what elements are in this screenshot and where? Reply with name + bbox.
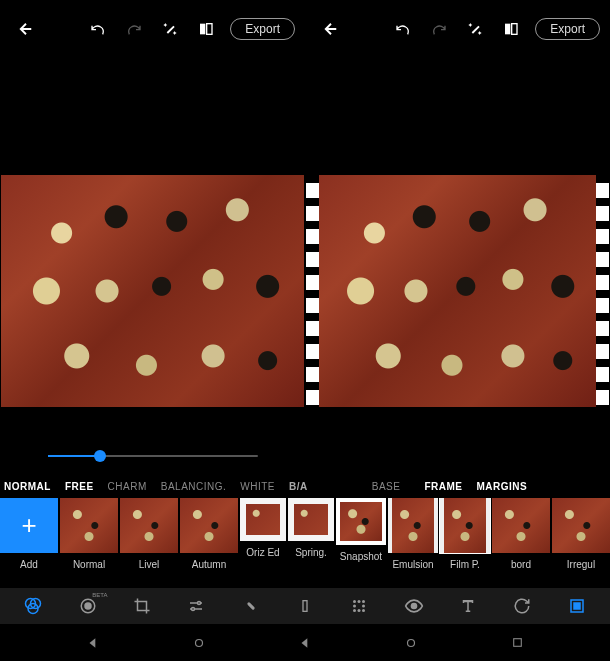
svg-rect-27 <box>513 639 521 647</box>
preset-label: Autumn <box>192 559 226 570</box>
svg-point-21 <box>362 609 365 612</box>
preset-label: Spring. <box>295 547 327 558</box>
image-preview <box>1 175 304 407</box>
svg-point-15 <box>358 600 361 603</box>
svg-rect-10 <box>246 602 254 610</box>
blur-tool-icon[interactable] <box>337 588 381 624</box>
preset-item[interactable]: Snapshot <box>336 498 386 562</box>
svg-point-19 <box>353 609 356 612</box>
preset-label: Irregul <box>567 559 595 570</box>
category-tab[interactable]: WHITE <box>240 481 275 492</box>
crop-tool-icon[interactable] <box>120 588 164 624</box>
preset-item[interactable]: Livel <box>120 498 178 570</box>
beta-badge: BETA <box>92 592 107 598</box>
svg-rect-13 <box>303 601 307 612</box>
svg-point-17 <box>353 605 356 608</box>
preset-label: Oriz Ed <box>246 547 279 558</box>
svg-rect-0 <box>200 24 205 35</box>
preset-item[interactable]: Film P. <box>440 498 490 570</box>
nav-recent-icon[interactable] <box>492 624 542 661</box>
svg-point-14 <box>353 600 356 603</box>
category-tab[interactable]: FRAME <box>424 481 462 492</box>
plus-icon: + <box>0 498 58 553</box>
android-nav-bar <box>0 624 610 661</box>
preview-after[interactable] <box>305 175 610 407</box>
category-tab[interactable]: FREE <box>65 481 94 492</box>
add-preset-button[interactable]: + Add <box>0 498 58 570</box>
svg-point-11 <box>248 608 250 610</box>
svg-rect-24 <box>574 603 580 609</box>
eye-tool-icon[interactable] <box>392 588 436 624</box>
nav-home-icon[interactable] <box>386 624 436 661</box>
nav-back-icon[interactable] <box>280 624 330 661</box>
nav-home-icon[interactable] <box>174 624 224 661</box>
magic-wand-icon[interactable] <box>457 11 493 47</box>
category-tab[interactable]: NORMAL <box>4 481 51 492</box>
undo-icon[interactable] <box>80 11 116 47</box>
preset-label: Snapshot <box>340 551 382 562</box>
export-button[interactable]: Export <box>230 18 295 40</box>
svg-point-18 <box>362 605 365 608</box>
preset-label: Emulsion <box>392 559 433 570</box>
svg-point-20 <box>358 609 361 612</box>
preset-label: Normal <box>73 559 105 570</box>
back-icon[interactable] <box>313 11 349 47</box>
slider-fill <box>48 455 101 457</box>
compare-icon[interactable] <box>493 11 529 47</box>
svg-point-9 <box>192 608 195 611</box>
preset-item[interactable]: Oriz Ed <box>240 498 286 558</box>
redo-icon[interactable] <box>421 11 457 47</box>
auto-tool-icon[interactable]: BETA <box>66 588 110 624</box>
svg-point-8 <box>198 602 201 605</box>
export-button[interactable]: Export <box>535 18 600 40</box>
svg-rect-1 <box>207 24 212 35</box>
nav-back-icon[interactable] <box>68 624 118 661</box>
preset-item[interactable]: Emulsion <box>388 498 438 570</box>
svg-point-16 <box>362 600 365 603</box>
svg-rect-3 <box>512 24 517 35</box>
heal-tool-icon[interactable] <box>229 588 273 624</box>
preset-item[interactable]: Spring. <box>288 498 334 558</box>
category-tabs: NORMAL FREE CHARM BALANCING. WHITE B/A B… <box>0 476 610 496</box>
refresh-tool-icon[interactable] <box>500 588 544 624</box>
svg-point-12 <box>252 603 254 605</box>
image-preview <box>319 175 596 407</box>
presets-row: + Add Normal Livel Autumn Oriz Ed Spring… <box>0 498 610 580</box>
category-tab[interactable]: BALANCING. <box>161 481 227 492</box>
text-tool-icon[interactable] <box>446 588 490 624</box>
magic-wand-icon[interactable] <box>152 11 188 47</box>
preset-item[interactable]: Autumn <box>180 498 238 570</box>
intensity-slider[interactable] <box>0 440 305 472</box>
category-tab[interactable]: CHARM <box>108 481 147 492</box>
preset-item[interactable]: Normal <box>60 498 118 570</box>
back-icon[interactable] <box>8 11 44 47</box>
svg-point-22 <box>411 604 416 609</box>
frame-tool-icon[interactable] <box>555 588 599 624</box>
filters-tool-icon[interactable] <box>11 588 55 624</box>
preview-area <box>0 58 610 438</box>
preset-item[interactable]: bord <box>492 498 550 570</box>
category-tab[interactable]: MARGINS <box>477 481 528 492</box>
category-tab[interactable]: BASE <box>372 481 401 492</box>
category-tab[interactable]: B/A <box>289 481 308 492</box>
svg-rect-2 <box>505 24 510 35</box>
preset-label: Add <box>20 559 38 570</box>
undo-icon[interactable] <box>385 11 421 47</box>
svg-point-26 <box>408 639 415 646</box>
preset-label: Livel <box>139 559 160 570</box>
compare-icon[interactable] <box>188 11 224 47</box>
redo-icon[interactable] <box>116 11 152 47</box>
slider-thumb[interactable] <box>94 450 106 462</box>
preset-label: Film P. <box>450 559 480 570</box>
detail-tool-icon[interactable] <box>283 588 327 624</box>
preset-item[interactable]: Irregul <box>552 498 610 570</box>
preview-before[interactable] <box>0 175 305 407</box>
tool-bar: BETA <box>0 588 610 624</box>
svg-point-25 <box>196 639 203 646</box>
adjust-tool-icon[interactable] <box>174 588 218 624</box>
preset-label: bord <box>511 559 531 570</box>
